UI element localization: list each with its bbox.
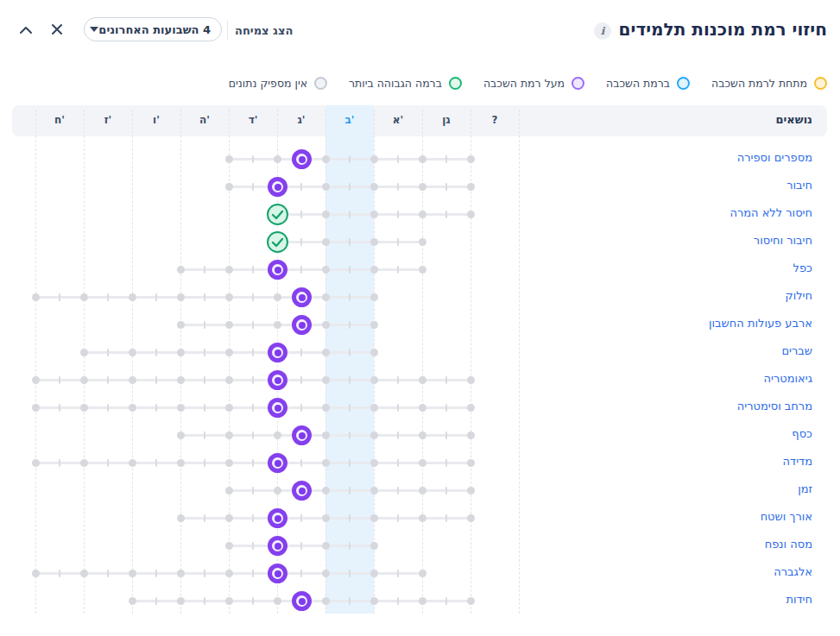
marker-core [275, 515, 281, 522]
topic-link[interactable]: כסף [792, 427, 812, 440]
level-tick [252, 155, 254, 163]
level-tick [445, 404, 447, 412]
level-dot [370, 266, 378, 274]
legend-item-at-grade: ברמת השכבה [606, 77, 690, 90]
level-tick [349, 238, 351, 246]
level-dot [225, 376, 233, 384]
level-dot [322, 542, 330, 550]
collapse-button[interactable] [16, 22, 35, 41]
above-grade-marker[interactable] [292, 591, 312, 611]
above-grade-marker[interactable] [292, 315, 312, 335]
marker-core [299, 598, 306, 605]
above-grade-marker[interactable] [268, 260, 287, 280]
level-tick [252, 349, 254, 356]
topic-link[interactable]: אלגברה [774, 565, 812, 578]
above-grade-marker[interactable] [292, 425, 312, 445]
level-dot [322, 570, 330, 577]
above-grade-marker[interactable] [292, 287, 312, 307]
above-grade-marker[interactable] [268, 564, 287, 583]
topic-link[interactable]: חידות [786, 593, 812, 606]
column-header-2: א' [379, 114, 417, 126]
above-grade-marker[interactable] [292, 481, 312, 501]
level-tick [252, 542, 254, 550]
level-tick [349, 349, 351, 356]
level-tick [397, 266, 399, 274]
above-grade-marker[interactable] [268, 398, 287, 418]
level-dot [419, 404, 426, 412]
level-tick [204, 570, 205, 577]
topic-link[interactable]: אורך ושטח [761, 510, 812, 523]
top-level-marker[interactable] [267, 204, 288, 225]
above-grade-marker[interactable] [268, 177, 287, 197]
level-dot [274, 597, 281, 605]
level-dot [129, 293, 136, 301]
above-grade-marker[interactable] [268, 536, 287, 556]
level-dot [129, 349, 136, 356]
topic-link[interactable]: גיאומטריה [764, 372, 813, 385]
legend-item-below-grade: מתחת לרמת השכבה [711, 77, 827, 90]
topic-link[interactable]: מספרים וספירה [737, 151, 812, 164]
level-tick [300, 542, 302, 550]
level-tick [252, 376, 254, 384]
column-header-5: ד' [234, 114, 272, 126]
level-tick [204, 514, 205, 522]
close-button[interactable] [47, 22, 66, 41]
legend-item-above-grade: מעל רמת השכבה [483, 77, 584, 90]
period-dropdown[interactable]: 4 השבועות האחרונים [84, 17, 222, 41]
level-tick [349, 266, 351, 274]
above-grade-marker[interactable] [268, 343, 287, 362]
column-gridline [180, 110, 181, 614]
level-dot [129, 459, 136, 467]
at-grade-dot-icon [677, 77, 690, 90]
level-dot [370, 487, 378, 494]
level-tick [252, 487, 254, 494]
level-dot [129, 570, 136, 577]
topic-link[interactable]: חיסור ללא המרה [729, 206, 812, 219]
legend: מתחת לרמת השכבהברמת השכבהמעל רמת השכבהבר… [229, 77, 827, 90]
level-dot [80, 570, 88, 577]
level-tick [252, 514, 254, 522]
topic-link[interactable]: מרחב וסימטריה [737, 400, 812, 412]
topic-link[interactable]: כפל [793, 261, 812, 274]
topic-link[interactable]: ארבע פעולות החשבון [709, 317, 812, 330]
above-grade-marker[interactable] [268, 508, 287, 528]
level-tick [252, 293, 254, 301]
topic-link[interactable]: מדידה [783, 455, 812, 468]
level-dot [274, 321, 281, 329]
level-tick [349, 487, 351, 494]
topic-link[interactable]: חיבור [786, 179, 812, 192]
level-tick [204, 459, 205, 467]
above-grade-marker[interactable] [292, 149, 312, 169]
level-dot [80, 376, 88, 384]
column-header-9: ח' [41, 114, 79, 126]
level-dot [322, 266, 330, 274]
level-dot [370, 293, 378, 301]
info-icon[interactable]: i [594, 22, 611, 40]
level-dot [370, 542, 378, 550]
topic-link[interactable]: זמן [798, 482, 812, 495]
above-grade-marker[interactable] [268, 370, 287, 390]
top-level-marker[interactable] [267, 231, 288, 253]
column-gridline [132, 110, 133, 614]
level-tick [397, 459, 399, 467]
show-growth-link[interactable]: הצג צמיחה [235, 24, 293, 37]
level-dot [467, 597, 475, 605]
level-tick [107, 293, 109, 301]
topic-link[interactable]: שברים [781, 344, 812, 357]
topic-link[interactable]: מסה ונפח [765, 538, 812, 551]
level-tick [300, 404, 302, 412]
no-data-dot-icon [314, 77, 327, 90]
above-grade-marker[interactable] [268, 453, 287, 473]
level-tick [445, 597, 447, 605]
level-tick [445, 183, 447, 191]
topic-link[interactable]: חילוק [785, 289, 812, 302]
level-dot [322, 487, 330, 494]
topic-link[interactable]: חיבור וחיסור [754, 234, 812, 247]
level-tick [349, 211, 351, 218]
level-dot [274, 155, 281, 163]
level-tick [204, 321, 205, 329]
level-dot [467, 514, 475, 522]
level-tick [397, 431, 399, 439]
level-tick [204, 431, 205, 439]
level-dot [467, 211, 475, 218]
